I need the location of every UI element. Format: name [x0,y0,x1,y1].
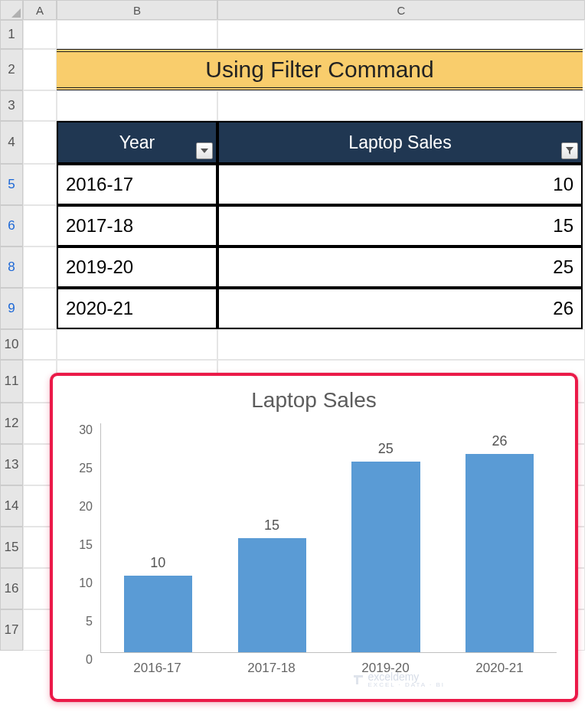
bar-data-label: 10 [101,555,215,571]
row-header-3[interactable]: 3 [0,90,23,121]
row-header-6[interactable]: 6 [0,205,23,246]
cell-a5[interactable] [23,164,57,205]
cell-b6[interactable]: 2017-18 [57,205,217,246]
bar [238,538,306,653]
cell-c1[interactable] [217,20,585,49]
filter-dropdown-year[interactable] [196,142,213,159]
bar-data-label: 25 [329,441,443,457]
y-tick: 15 [79,538,93,552]
row-header-16[interactable]: 16 [0,568,23,609]
cell-a8[interactable] [23,246,57,288]
cell-c9[interactable]: 26 [217,288,583,329]
chart-plot: 10152526 [100,423,557,653]
filter-active-icon [565,146,574,155]
watermark-sub: EXCEL · DATA · BI [368,681,445,688]
chart-title: Laptop Sales [64,388,564,413]
cell-c8[interactable]: 25 [217,246,583,288]
cell-b8[interactable]: 2019-20 [57,246,217,288]
y-tick: 25 [79,462,93,475]
watermark: exceldemy EXCEL · DATA · BI [352,671,445,688]
chart-plot-area: 051015202530 10152526 [100,423,557,653]
chevron-down-icon [201,149,208,153]
row-header-4[interactable]: 4 [0,121,23,164]
cell-c10[interactable] [217,329,585,360]
chart-laptop-sales[interactable]: Laptop Sales 051015202530 10152526 2016-… [50,373,578,702]
table-header-sales: Laptop Sales [217,121,583,164]
bar [351,462,420,652]
select-all-corner[interactable] [0,0,23,20]
row-header-17[interactable]: 17 [0,609,23,651]
row-header-14[interactable]: 14 [0,485,23,527]
cell-b9[interactable]: 2020-21 [57,288,217,329]
bar [466,454,534,652]
bar [124,576,192,652]
filter-dropdown-sales[interactable] [561,142,578,159]
table-header-year-label: Year [119,132,155,153]
x-tick: 2017-18 [214,653,328,676]
cell-a10[interactable] [23,329,57,360]
cell-a9[interactable] [23,288,57,329]
bar-column: 25 [329,423,443,652]
bar-column: 26 [443,423,557,652]
row-header-15[interactable]: 15 [0,527,23,568]
cell-b5[interactable]: 2016-17 [57,164,217,205]
bar-column: 15 [215,423,329,652]
row-header-12[interactable]: 12 [0,403,23,444]
cell-a3[interactable] [23,90,57,121]
y-tick: 30 [79,423,93,437]
cell-a2[interactable] [23,49,57,90]
cell-a6[interactable] [23,205,57,246]
table-header-year: Year [57,121,217,164]
cell-a4[interactable] [23,121,57,164]
col-header-a[interactable]: A [23,0,57,20]
y-tick: 5 [86,615,93,628]
cell-b1[interactable] [57,20,217,49]
logo-icon [352,674,364,686]
row-header-11[interactable]: 11 [0,360,23,403]
bar-data-label: 26 [443,433,557,449]
cell-c6[interactable]: 15 [217,205,583,246]
x-tick: 2016-17 [100,653,214,676]
y-tick: 10 [79,576,93,590]
bar-column: 10 [101,423,215,652]
row-header-5[interactable]: 5 [0,164,23,205]
x-tick: 2020-21 [443,653,557,676]
table-header-sales-label: Laptop Sales [348,132,451,153]
cell-c5[interactable]: 10 [217,164,583,205]
y-tick: 20 [79,500,93,514]
cell-b3[interactable] [57,90,217,121]
cell-c3[interactable] [217,90,585,121]
col-header-c[interactable]: C [217,0,585,20]
chart-bars: 10152526 [101,423,557,652]
cell-b10[interactable] [57,329,217,360]
bar-data-label: 15 [215,517,329,534]
row-header-8[interactable]: 8 [0,246,23,288]
row-header-1[interactable]: 1 [0,20,23,49]
row-header-2[interactable]: 2 [0,49,23,90]
chart-y-axis: 051015202530 [64,423,97,653]
title-banner: Using Filter Command [57,49,583,90]
row-header-9[interactable]: 9 [0,288,23,329]
col-header-b[interactable]: B [57,0,217,20]
row-header-13[interactable]: 13 [0,444,23,485]
cell-a1[interactable] [23,20,57,49]
row-header-10[interactable]: 10 [0,329,23,360]
chart-x-axis: 2016-172017-182019-202020-21 [100,653,557,676]
y-tick: 0 [86,653,93,667]
